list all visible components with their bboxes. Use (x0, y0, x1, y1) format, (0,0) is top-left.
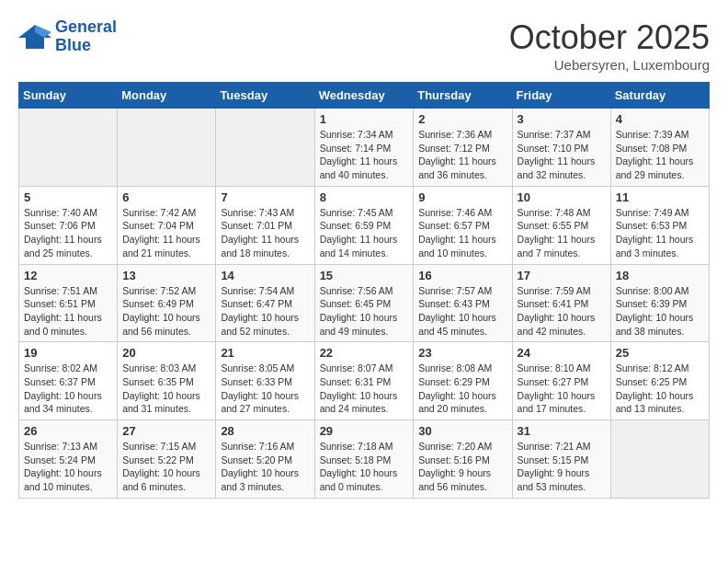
day-number: 18 (616, 269, 704, 282)
day-number: 28 (221, 424, 309, 438)
day-info: Sunrise: 7:52 AM Sunset: 6:49 PM Dayligh… (122, 284, 210, 339)
day-info: Sunrise: 7:59 AM Sunset: 6:41 PM Dayligh… (518, 284, 606, 339)
day-info: Sunrise: 7:48 AM Sunset: 6:55 PM Dayligh… (518, 206, 606, 260)
col-header-wednesday: Wednesday (314, 83, 414, 109)
day-number: 19 (24, 346, 112, 360)
day-number: 16 (418, 269, 506, 282)
day-number: 14 (221, 269, 309, 282)
day-number: 2 (418, 112, 506, 126)
day-cell-25: 25Sunrise: 8:12 AM Sunset: 6:25 PM Dayli… (610, 342, 709, 420)
day-info: Sunrise: 7:20 AM Sunset: 5:16 PM Dayligh… (418, 440, 506, 494)
day-cell-24: 24Sunrise: 8:10 AM Sunset: 6:27 PM Dayli… (512, 342, 610, 420)
day-info: Sunrise: 8:08 AM Sunset: 6:29 PM Dayligh… (418, 362, 506, 416)
day-info: Sunrise: 7:45 AM Sunset: 6:59 PM Dayligh… (320, 206, 409, 260)
day-number: 15 (320, 269, 409, 282)
day-cell-9: 9Sunrise: 7:46 AM Sunset: 6:57 PM Daylig… (414, 186, 512, 264)
day-info: Sunrise: 8:03 AM Sunset: 6:35 PM Dayligh… (122, 362, 210, 416)
day-cell-30: 30Sunrise: 7:20 AM Sunset: 5:16 PM Dayli… (414, 420, 512, 499)
day-info: Sunrise: 8:00 AM Sunset: 6:39 PM Dayligh… (616, 284, 704, 339)
day-info: Sunrise: 8:12 AM Sunset: 6:25 PM Dayligh… (616, 362, 704, 416)
day-info: Sunrise: 8:05 AM Sunset: 6:33 PM Dayligh… (221, 362, 309, 416)
day-number: 22 (320, 346, 409, 360)
col-header-tuesday: Tuesday (216, 83, 314, 109)
day-info: Sunrise: 7:39 AM Sunset: 7:08 PM Dayligh… (616, 128, 704, 182)
day-cell-7: 7Sunrise: 7:43 AM Sunset: 7:01 PM Daylig… (216, 186, 314, 264)
day-number: 4 (616, 112, 704, 126)
empty-cell (19, 109, 118, 187)
day-info: Sunrise: 7:21 AM Sunset: 5:15 PM Dayligh… (518, 440, 606, 494)
day-cell-10: 10Sunrise: 7:48 AM Sunset: 6:55 PM Dayli… (512, 186, 610, 264)
day-number: 10 (518, 190, 606, 204)
day-cell-28: 28Sunrise: 7:16 AM Sunset: 5:20 PM Dayli… (216, 420, 314, 499)
day-cell-31: 31Sunrise: 7:21 AM Sunset: 5:15 PM Dayli… (512, 420, 610, 499)
day-info: Sunrise: 8:10 AM Sunset: 6:27 PM Dayligh… (518, 362, 606, 416)
day-info: Sunrise: 7:18 AM Sunset: 5:18 PM Dayligh… (320, 440, 409, 494)
day-cell-21: 21Sunrise: 8:05 AM Sunset: 6:33 PM Dayli… (216, 342, 314, 420)
day-cell-4: 4Sunrise: 7:39 AM Sunset: 7:08 PM Daylig… (610, 109, 709, 187)
day-info: Sunrise: 8:07 AM Sunset: 6:31 PM Dayligh… (320, 362, 409, 416)
week-row-3: 12Sunrise: 7:51 AM Sunset: 6:51 PM Dayli… (19, 264, 710, 342)
day-number: 6 (122, 190, 210, 204)
logo-icon (18, 23, 51, 51)
day-cell-20: 20Sunrise: 8:03 AM Sunset: 6:35 PM Dayli… (118, 342, 216, 420)
day-cell-22: 22Sunrise: 8:07 AM Sunset: 6:31 PM Dayli… (314, 342, 414, 420)
day-number: 25 (616, 346, 704, 360)
day-cell-19: 19Sunrise: 8:02 AM Sunset: 6:37 PM Dayli… (19, 342, 118, 420)
day-cell-3: 3Sunrise: 7:37 AM Sunset: 7:10 PM Daylig… (512, 109, 610, 187)
logo: General Blue (18, 18, 117, 55)
empty-cell (118, 109, 216, 187)
day-number: 9 (418, 190, 506, 204)
day-number: 7 (221, 190, 309, 204)
day-number: 13 (122, 269, 210, 282)
col-header-sunday: Sunday (19, 83, 118, 109)
day-number: 17 (518, 269, 606, 282)
day-number: 21 (221, 346, 309, 360)
day-number: 30 (418, 424, 506, 438)
day-info: Sunrise: 7:15 AM Sunset: 5:22 PM Dayligh… (122, 440, 210, 494)
day-number: 31 (518, 424, 606, 438)
day-info: Sunrise: 7:40 AM Sunset: 7:06 PM Dayligh… (24, 206, 112, 260)
title-block: October 2025 Uebersyren, Luxembourg (509, 18, 710, 73)
day-number: 12 (24, 269, 112, 282)
day-number: 3 (518, 112, 606, 126)
empty-cell (610, 420, 709, 499)
day-info: Sunrise: 7:36 AM Sunset: 7:12 PM Dayligh… (418, 128, 506, 182)
day-cell-8: 8Sunrise: 7:45 AM Sunset: 6:59 PM Daylig… (314, 186, 414, 264)
day-number: 24 (518, 346, 606, 360)
week-row-4: 19Sunrise: 8:02 AM Sunset: 6:37 PM Dayli… (19, 342, 710, 420)
day-cell-18: 18Sunrise: 8:00 AM Sunset: 6:39 PM Dayli… (610, 264, 709, 342)
day-info: Sunrise: 7:43 AM Sunset: 7:01 PM Dayligh… (221, 206, 309, 260)
day-number: 26 (24, 424, 112, 438)
day-cell-27: 27Sunrise: 7:15 AM Sunset: 5:22 PM Dayli… (118, 420, 216, 499)
day-info: Sunrise: 7:42 AM Sunset: 7:04 PM Dayligh… (122, 206, 210, 260)
day-cell-29: 29Sunrise: 7:18 AM Sunset: 5:18 PM Dayli… (314, 420, 414, 499)
location: Uebersyren, Luxembourg (509, 57, 710, 73)
col-header-monday: Monday (118, 83, 216, 109)
page-header: General Blue October 2025 Uebersyren, Lu… (18, 18, 710, 73)
logo-text: General Blue (55, 18, 117, 55)
logo-line2: Blue (55, 36, 91, 54)
day-info: Sunrise: 7:56 AM Sunset: 6:45 PM Dayligh… (320, 284, 409, 339)
week-row-1: 1Sunrise: 7:34 AM Sunset: 7:14 PM Daylig… (19, 109, 710, 187)
day-info: Sunrise: 7:57 AM Sunset: 6:43 PM Dayligh… (418, 284, 506, 339)
day-info: Sunrise: 7:54 AM Sunset: 6:47 PM Dayligh… (221, 284, 309, 339)
day-cell-11: 11Sunrise: 7:49 AM Sunset: 6:53 PM Dayli… (610, 186, 709, 264)
day-info: Sunrise: 7:51 AM Sunset: 6:51 PM Dayligh… (24, 284, 112, 339)
day-cell-26: 26Sunrise: 7:13 AM Sunset: 5:24 PM Dayli… (19, 420, 118, 499)
day-cell-1: 1Sunrise: 7:34 AM Sunset: 7:14 PM Daylig… (314, 109, 414, 187)
day-info: Sunrise: 8:02 AM Sunset: 6:37 PM Dayligh… (24, 362, 112, 416)
day-number: 29 (320, 424, 409, 438)
col-header-friday: Friday (512, 83, 610, 109)
col-header-saturday: Saturday (610, 83, 709, 109)
day-number: 11 (616, 190, 704, 204)
day-cell-16: 16Sunrise: 7:57 AM Sunset: 6:43 PM Dayli… (414, 264, 512, 342)
week-row-2: 5Sunrise: 7:40 AM Sunset: 7:06 PM Daylig… (19, 186, 710, 264)
day-info: Sunrise: 7:49 AM Sunset: 6:53 PM Dayligh… (616, 206, 704, 260)
day-cell-13: 13Sunrise: 7:52 AM Sunset: 6:49 PM Dayli… (118, 264, 216, 342)
day-number: 23 (418, 346, 506, 360)
logo-line1: General (55, 17, 117, 36)
day-number: 27 (122, 424, 210, 438)
day-info: Sunrise: 7:13 AM Sunset: 5:24 PM Dayligh… (24, 440, 112, 494)
day-info: Sunrise: 7:16 AM Sunset: 5:20 PM Dayligh… (221, 440, 309, 494)
calendar-table: SundayMondayTuesdayWednesdayThursdayFrid… (18, 82, 710, 499)
